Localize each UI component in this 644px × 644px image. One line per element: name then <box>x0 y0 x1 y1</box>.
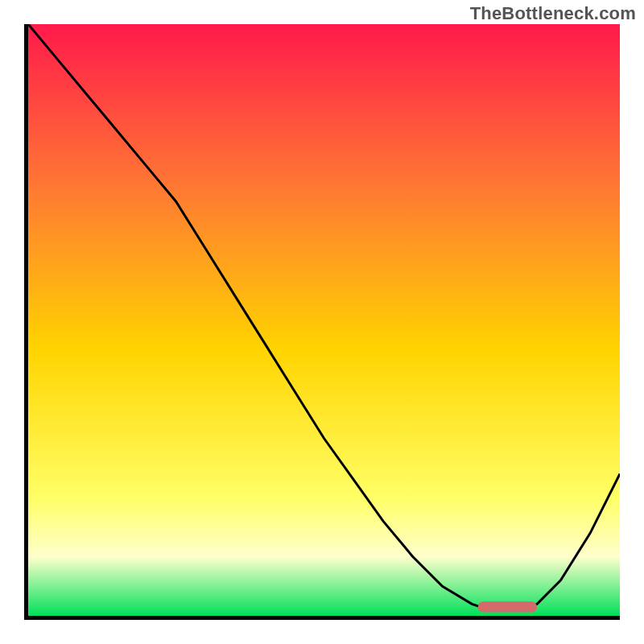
optimal-zone-marker <box>478 601 538 612</box>
x-axis <box>24 616 620 620</box>
chart-plot-area <box>28 24 620 616</box>
gradient-background <box>28 24 620 616</box>
watermark-text: TheBottleneck.com <box>470 3 636 24</box>
